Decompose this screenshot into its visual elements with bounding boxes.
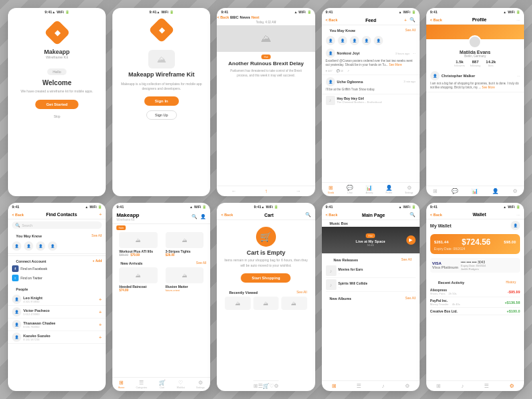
following-label: following xyxy=(470,64,481,67)
contact-avatar-3: 👤 xyxy=(36,241,45,251)
music-search-icon[interactable]: 🔍 xyxy=(410,212,416,217)
recently-2[interactable]: ⛰ xyxy=(253,297,279,311)
see-all-link[interactable]: See All xyxy=(405,28,416,32)
comment-btn[interactable]: 💬 50 xyxy=(336,69,344,72)
feed-add-icon[interactable]: + xyxy=(404,18,407,23)
nav-share[interactable]: ↑ xyxy=(265,188,267,194)
contacts-avatar-row: 👤 👤 👤 👤 xyxy=(8,240,106,252)
snav-cart[interactable]: 🛒Cart xyxy=(159,380,166,389)
pnav-home[interactable]: ⊞ xyxy=(433,188,438,194)
person-3-avatar: 👤 xyxy=(12,320,21,329)
new-albums-see-all[interactable]: See All xyxy=(405,296,416,300)
get-started-button[interactable]: Get Started xyxy=(35,100,78,109)
release-2[interactable]: ♪ Spirits Will Collide ... xyxy=(326,278,416,292)
nav-goals[interactable]: ⊞Goals xyxy=(328,185,334,194)
balance-mini-1: $261.44 xyxy=(434,240,449,244)
mnav-lib[interactable]: ♪ xyxy=(382,383,384,389)
new-releases-see-all[interactable]: See All xyxy=(401,257,412,261)
start-shopping-button[interactable]: Start Shopping xyxy=(241,273,291,283)
feed-bottom-nav: ⊞Goals 💬Chat 📊Activity 👤Profile ⚙Setting… xyxy=(322,182,420,196)
product-3-price: $74.99 xyxy=(119,289,158,292)
feed-search-icon[interactable]: 🔍 xyxy=(410,17,416,23)
snav-wish[interactable]: ♡Wishlist xyxy=(177,380,185,389)
screen-contacts: 9:41 ▲WiFi🔋 < Back Find Contacts + 🔍 Sea… xyxy=(8,203,106,391)
recently-1[interactable]: ⛰ xyxy=(225,297,250,311)
like-btn[interactable]: ♥ 447 xyxy=(326,69,332,72)
product-2[interactable]: ⛰ 3-Stripes Tights $26.00 xyxy=(163,232,207,258)
nav-prev[interactable]: ← xyxy=(231,188,237,194)
product-3[interactable]: ⛰ Hooded Raincoat $74.99 xyxy=(116,267,160,293)
music-back-button[interactable]: < Back xyxy=(326,213,338,217)
contacts-back-button[interactable]: < Back xyxy=(12,213,24,217)
nav-settings[interactable]: ⚙Settings xyxy=(405,185,414,194)
feed-back-button[interactable]: < Back xyxy=(326,18,338,22)
cnav-set[interactable]: ⚙ xyxy=(274,383,279,389)
nav-activity[interactable]: 📊Activity xyxy=(366,185,373,194)
profile-options-icon[interactable]: ··· xyxy=(517,18,520,22)
feed-header: < Back Feed + 🔍 xyxy=(322,15,420,25)
snav-home[interactable]: ⊞Home xyxy=(118,380,124,389)
pnav-chat[interactable]: 💬 xyxy=(452,188,458,194)
new-releases-header: New Releases See All xyxy=(326,255,416,264)
visa-card[interactable]: VISA Visa Platinum •••• •••• •••• 3043 E… xyxy=(430,258,520,273)
cnav-cart[interactable]: 🛒 xyxy=(263,383,269,389)
skip-link[interactable]: Skip xyxy=(54,114,61,118)
pnav-settings[interactable]: ⚙ xyxy=(513,188,517,194)
sign-up-button[interactable]: Sign Up xyxy=(146,110,177,120)
person-4-add[interactable]: + xyxy=(99,334,102,340)
history-link[interactable]: History xyxy=(505,280,516,284)
share-btn[interactable]: ↗ xyxy=(347,69,349,72)
cart-back-button[interactable]: < Back xyxy=(221,213,233,217)
twitter-connect[interactable]: t Find on Twitter xyxy=(12,273,102,283)
contacts-see-all[interactable]: See All xyxy=(92,233,102,237)
product-4-img: ⛰ xyxy=(166,267,204,283)
recently-3[interactable]: ⛰ xyxy=(281,297,307,311)
pnav-profile[interactable]: 👤 xyxy=(492,188,499,194)
person-3-add[interactable]: + xyxy=(99,322,102,328)
nav-chat[interactable]: 💬Chat xyxy=(346,185,353,194)
connect-add-btn[interactable]: + Add xyxy=(92,259,102,263)
wallet-bottom-nav: ⊞ ♪ ☰ ⚙ xyxy=(426,380,524,391)
cnav-cat[interactable]: ☰ xyxy=(258,383,263,389)
release-1[interactable]: ♪ Movies for Ears ... xyxy=(326,264,416,278)
person-2-add[interactable]: + xyxy=(99,309,102,315)
wallet-options-icon[interactable]: ··· xyxy=(517,213,520,217)
snav-cat[interactable]: ☰Categories xyxy=(136,380,147,389)
profile-see-more[interactable]: See More xyxy=(482,86,495,89)
recently-2-img: ⛰ xyxy=(253,297,279,310)
person-4-name: Kazuko Suzuko xyxy=(23,334,51,338)
recently-see-all[interactable]: See All xyxy=(297,290,307,294)
profile-back-button[interactable]: < Back xyxy=(430,18,442,22)
shop-search-icon[interactable]: 🔍 xyxy=(192,214,198,219)
person-1-add[interactable]: + xyxy=(99,297,102,303)
track-artist: The Chemical Brothers – Brotherhood xyxy=(337,100,382,104)
shop-profile-icon[interactable]: 👤 xyxy=(200,214,206,219)
followers-label: followers xyxy=(454,64,465,67)
product-1[interactable]: ⛰ Workout Plus ATI 90s $65.00 $79.99 xyxy=(116,232,160,258)
new-arrivals-see-all[interactable]: See All xyxy=(196,261,207,265)
wnav-set[interactable]: ⚙ xyxy=(509,383,514,389)
sign-in-button[interactable]: Sign In xyxy=(144,96,179,106)
facebook-connect[interactable]: f Find on Facebook xyxy=(12,264,102,273)
see-more-1[interactable]: See More xyxy=(389,63,402,66)
snav-set[interactable]: ⚙Settings xyxy=(196,380,205,389)
wallet-back-button[interactable]: < Back xyxy=(430,213,442,217)
nav-next2[interactable]: → xyxy=(295,188,301,194)
mnav-home[interactable]: ⊞ xyxy=(332,383,336,389)
play-button[interactable]: ▶ xyxy=(406,235,416,245)
mnav-set[interactable]: ⚙ xyxy=(405,383,410,389)
contacts-search-bar[interactable]: 🔍 Search xyxy=(12,221,102,229)
contacts-add-icon[interactable]: + xyxy=(99,212,102,217)
cart-search-icon[interactable]: 🔍 xyxy=(305,212,311,217)
profile-title: Profile xyxy=(442,17,517,22)
cnav-wish[interactable]: ♡ xyxy=(269,383,274,389)
contacts-search-input[interactable]: Search xyxy=(22,223,98,227)
wnav-listen[interactable]: ♪ xyxy=(462,383,464,389)
cnav-home[interactable]: ⊞ xyxy=(253,383,258,389)
mnav-cat[interactable]: ☰ xyxy=(356,383,361,389)
wnav-lib[interactable]: ☰ xyxy=(484,383,489,389)
product-4[interactable]: ⛰ Illusion Matter future-orient xyxy=(163,267,207,293)
wnav-home[interactable]: ⊞ xyxy=(436,383,441,389)
pnav-activity[interactable]: 📊 xyxy=(471,188,478,194)
nav-profile[interactable]: 👤Profile xyxy=(386,185,392,194)
